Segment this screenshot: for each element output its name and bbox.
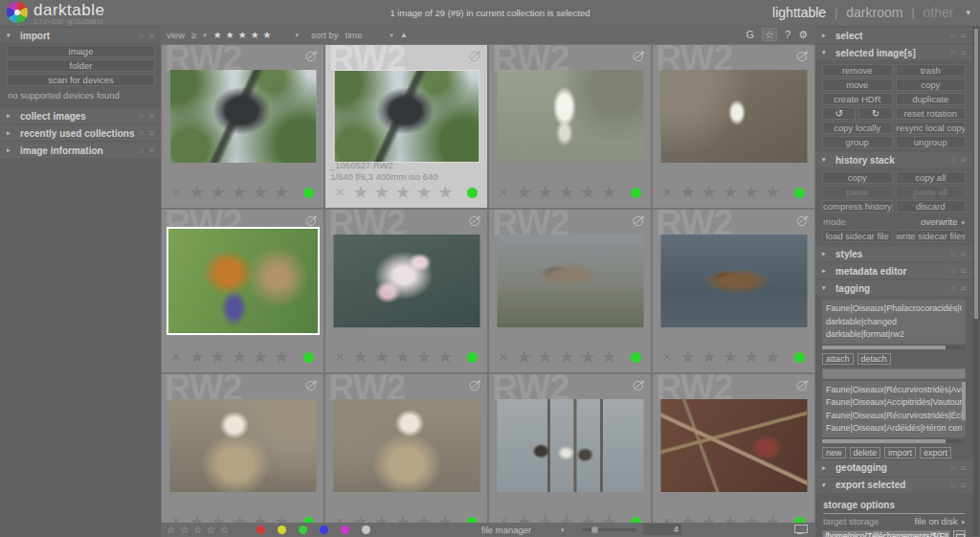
compress-history-button[interactable]: compress history — [822, 200, 893, 213]
panel-header-collect-images[interactable]: ▸ collect images ○ ≡ — [0, 108, 161, 123]
detach-tag-button[interactable]: detach — [858, 353, 891, 365]
mode-lighttable[interactable]: lighttable — [772, 5, 826, 20]
attached-tag[interactable]: darktable|format|rw2 — [826, 328, 962, 342]
reset-icon[interactable]: ○ — [950, 48, 955, 57]
rotate-cw-icon[interactable]: ↻ — [858, 107, 892, 120]
remove-button[interactable]: remove — [822, 64, 893, 77]
star-rating[interactable]: ★★★★★ — [181, 512, 303, 523]
panel-header-export-selected[interactable]: ▾ export selected ○ ≡ — [815, 478, 972, 493]
thumbnail-photo[interactable] — [660, 235, 807, 327]
copy-locally-button[interactable]: copy locally — [822, 122, 893, 134]
ungroup-button[interactable]: ungroup — [896, 136, 967, 148]
star-rating[interactable]: ★★★★★ — [672, 512, 794, 523]
rotate-ccw-icon[interactable]: ↺ — [822, 107, 856, 120]
zoom-slider[interactable] — [582, 528, 635, 531]
sort-value[interactable]: time — [345, 30, 363, 40]
zoom-slider-handle[interactable] — [591, 526, 598, 533]
import-folder-button[interactable]: folder — [7, 59, 155, 72]
right-panel-scrollbar[interactable] — [973, 27, 979, 536]
display-profile-icon[interactable] — [794, 525, 806, 534]
reset-icon[interactable]: ○ — [139, 128, 144, 138]
reject-icon[interactable]: ✕ — [499, 186, 508, 199]
thumbnail-cell[interactable]: RW2✕★★★★★ — [653, 210, 814, 372]
reset-icon[interactable]: ○ — [950, 249, 955, 258]
presets-icon[interactable]: ≡ — [961, 155, 966, 165]
zoom-level-value[interactable]: 4 — [643, 524, 681, 535]
thumbnail-cell[interactable]: RW2_1060527.RW21/640 f/6,3 400mm iso 640… — [325, 45, 487, 208]
presets-icon[interactable]: ≡ — [961, 283, 966, 293]
reject-icon[interactable]: ✕ — [335, 515, 345, 523]
tag-dictionary-vscrollbar[interactable] — [962, 382, 966, 420]
thumbnail-cell[interactable]: RW2✕★★★★★ — [162, 45, 323, 208]
history-paste-all-button[interactable]: paste all — [896, 186, 967, 198]
chevron-down-icon[interactable]: ▾ — [390, 32, 394, 39]
history-copy-all-button[interactable]: copy all — [896, 171, 967, 184]
star-rating[interactable]: ★★★★★ — [345, 347, 467, 367]
star-rating[interactable]: ★★★★★ — [345, 512, 467, 523]
thumbnail-photo[interactable] — [169, 70, 316, 163]
panel-header-history-stack[interactable]: ▾ history stack ○ ≡ — [815, 152, 972, 168]
reject-icon[interactable]: ✕ — [499, 515, 508, 523]
mode-dropdown-icon[interactable]: ▾ — [966, 8, 970, 17]
overlays-toggle-icon[interactable]: ☆ — [762, 28, 777, 41]
scan-devices-button[interactable]: scan for devices — [7, 74, 155, 86]
reset-icon[interactable]: ○ — [950, 31, 955, 40]
write-sidecar-button[interactable]: write sidecar files — [896, 230, 967, 242]
panel-header-metadata-editor[interactable]: ▸ metadata editor ○ ≡ — [815, 263, 972, 279]
thumbnail-cell[interactable]: RW2✕★★★★★ — [162, 374, 323, 523]
color-label-green[interactable] — [794, 188, 805, 198]
star-rating[interactable]: ★★★★★ — [181, 347, 303, 367]
create-hdr-button[interactable]: create HDR — [822, 93, 893, 105]
star-rating[interactable]: ★★★★★ — [672, 183, 794, 202]
presets-icon[interactable]: ≡ — [961, 266, 966, 276]
presets-icon[interactable]: ≡ — [961, 463, 966, 473]
presets-icon[interactable]: ≡ — [149, 111, 154, 121]
thumbnail-photo[interactable] — [169, 399, 316, 492]
thumbnail-cell[interactable]: RW2✕★★★★★ — [653, 45, 814, 208]
reject-icon[interactable]: ✕ — [662, 186, 672, 199]
dictionary-tag[interactable]: Faune|Oiseaux|Ardéidés|Héron cendré — [826, 422, 962, 436]
tag-dictionary-hscrollbar[interactable] — [822, 439, 966, 443]
help-icon[interactable]: ? — [785, 29, 791, 40]
thumbnail-photo[interactable] — [497, 70, 643, 163]
delete-tag-button[interactable]: delete — [850, 447, 881, 459]
presets-icon[interactable]: ≡ — [961, 481, 966, 490]
thumbnail-photo[interactable] — [333, 399, 479, 492]
thumbnail-photo[interactable] — [660, 399, 807, 492]
export-tags-button[interactable]: export — [920, 447, 951, 459]
mode-other[interactable]: other — [924, 5, 954, 20]
load-sidecar-button[interactable]: load sidecar file — [822, 230, 893, 242]
presets-icon[interactable]: ≡ — [961, 31, 966, 40]
panel-header-geotagging[interactable]: ▸ geotagging ○ ≡ — [815, 460, 972, 476]
star-rating[interactable]: ★★★★★ — [181, 183, 303, 202]
star-rating[interactable]: ★★★★★ — [508, 347, 631, 367]
presets-icon[interactable]: ≡ — [149, 128, 154, 138]
reject-icon[interactable]: ✕ — [499, 350, 508, 364]
reset-icon[interactable]: ○ — [950, 155, 955, 165]
reset-icon[interactable]: ○ — [950, 283, 955, 293]
dictionary-tag[interactable]: Faune|Oiseaux|Accipitridés|Vautour fauve — [826, 396, 962, 410]
thumbnail-cell[interactable]: RW2✕★★★★★ — [489, 374, 651, 523]
color-label-dot[interactable] — [256, 526, 265, 534]
move-button[interactable]: move — [822, 78, 893, 91]
star-rating[interactable]: ★★★★★ — [508, 512, 631, 523]
color-label-green[interactable] — [303, 188, 314, 198]
thumbnail-cell[interactable]: RW2✕★★★★★ — [162, 210, 323, 372]
target-storage-select[interactable]: file on disk▾ — [915, 516, 965, 526]
thumbnail-photo[interactable] — [333, 70, 479, 163]
attached-tags-hscrollbar[interactable] — [822, 346, 966, 349]
thumbnail-cell[interactable]: RW2✕★★★★★ — [653, 374, 814, 523]
thumbnail-photo[interactable] — [497, 235, 643, 327]
reject-icon[interactable]: ✕ — [662, 515, 672, 523]
color-label-green[interactable] — [631, 188, 641, 198]
chevron-down-icon[interactable]: ▾ — [203, 32, 207, 39]
thumbnail-cell[interactable]: RW2✕★★★★★ — [489, 210, 651, 372]
reject-icon[interactable]: ✕ — [171, 350, 181, 364]
color-label-dot[interactable] — [362, 526, 370, 534]
duplicate-button[interactable]: duplicate — [896, 93, 967, 105]
panel-header-import[interactable]: ▾ import ○ ≡ — [0, 28, 161, 43]
reject-icon[interactable]: ✕ — [662, 350, 672, 364]
folder-picker-icon[interactable] — [953, 530, 966, 537]
attached-tag[interactable]: darktable|changed — [826, 316, 962, 329]
preferences-gear-icon[interactable]: ⚙ — [798, 29, 808, 41]
